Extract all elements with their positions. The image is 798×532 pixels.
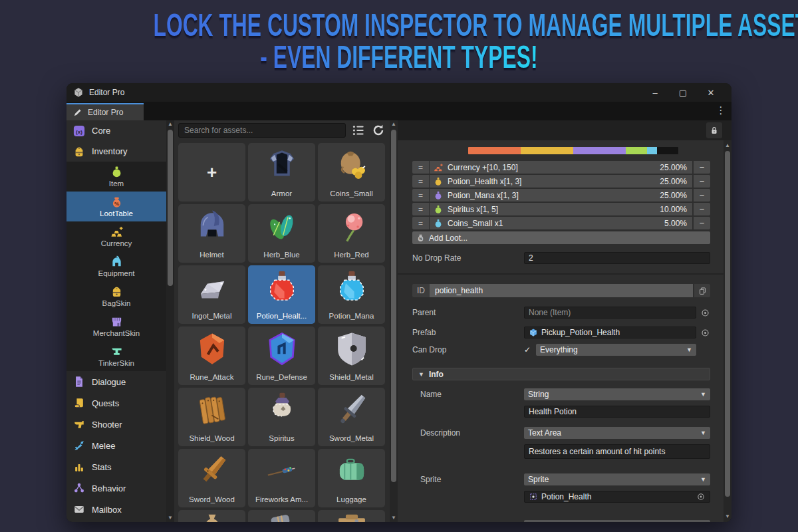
asset-tile-shield-metal[interactable]: Shield_Metal [318, 327, 385, 385]
add-asset-tile[interactable]: + [178, 143, 245, 201]
description-input[interactable]: Restores a certain amount of hit points [524, 444, 710, 459]
scroll-up-icon[interactable]: ▲ [166, 120, 174, 128]
remove-loot-button[interactable]: − [694, 161, 710, 174]
window-titlebar[interactable]: Editor Pro – ▢ ✕ [66, 83, 732, 102]
list-view-icon[interactable] [351, 123, 366, 138]
flask-icon [434, 177, 443, 186]
close-button[interactable]: ✕ [697, 83, 725, 102]
drag-handle-icon[interactable]: = [412, 175, 429, 188]
drag-handle-icon[interactable]: = [412, 203, 429, 215]
sidebar-item-item[interactable]: Item [66, 162, 166, 192]
sidebar-item-equipment[interactable]: Equipment [66, 251, 166, 281]
grid-scrollbar[interactable]: ▲ ▼ [390, 120, 398, 522]
id-row: ID potion_health [412, 284, 710, 297]
asset-tile-shield-wood[interactable]: Shield_Wood [178, 388, 245, 446]
sidebar-item-dialogue[interactable]: Dialogue [66, 371, 166, 392]
lock-button[interactable] [706, 122, 722, 138]
sidebar-scrollbar[interactable]: ▲ ▼ [166, 120, 174, 522]
shield-wood-art [178, 390, 245, 431]
name-type-dropdown[interactable]: String ▼ [524, 388, 710, 400]
no-drop-rate-input[interactable]: 2 [524, 252, 710, 264]
info-foldout[interactable]: ▼ Info [412, 368, 710, 380]
sidebar-item-behavior[interactable]: Behavior [66, 477, 166, 499]
sidebar-item-mailbox[interactable]: Mailbox [66, 499, 166, 520]
loot-entry-body[interactable]: Coins_Small x1 5.00% [430, 217, 692, 229]
add-loot-button[interactable]: % Add Loot... [412, 231, 710, 244]
remove-loot-button[interactable]: − [694, 217, 710, 229]
asset-tile-fireworks-am[interactable]: Fireworks Am... [248, 449, 315, 507]
asset-tile-ingot-metal[interactable]: Ingot_Metal [178, 265, 245, 324]
grid-scroll-thumb[interactable] [391, 130, 396, 482]
app-cube-icon [73, 87, 84, 98]
asset-tile-sword-wood[interactable]: Sword_Wood [178, 449, 245, 507]
sidebar-item-inventory[interactable]: Inventory [66, 141, 166, 162]
drag-handle-icon[interactable]: = [412, 161, 429, 174]
inspector-scrollbar[interactable]: ▲ ▼ [724, 140, 732, 522]
sidebar-item-stats[interactable]: Stats [66, 456, 166, 477]
sidebar-item-bagskin[interactable]: BagSkin [66, 281, 166, 311]
parent-object-field[interactable]: None (Item) [524, 307, 696, 319]
scroll-down-icon[interactable]: ▼ [390, 514, 398, 522]
asset-tile-spiritus[interactable]: Spiritus [248, 388, 315, 446]
asset-tile-potion-healt[interactable]: Potion_Healt... [248, 265, 315, 324]
parent-row: Parent None (Item) [412, 307, 710, 319]
asset-tile-coins-small[interactable]: Coins_Small [318, 143, 385, 201]
name-input[interactable]: Health Potion [524, 406, 710, 418]
sidebar-item-core[interactable]: (x) Core [66, 120, 166, 141]
asset-tile-herb-red[interactable]: Herb_Red [318, 204, 385, 263]
sprite-type-dropdown[interactable]: Sprite ▼ [524, 473, 710, 485]
scroll-up-icon[interactable]: ▲ [724, 142, 732, 150]
asset-tile-sack[interactable] [178, 510, 245, 522]
asset-tile-rune-attack[interactable]: Rune_Attack [178, 327, 245, 385]
can-drop-dropdown[interactable]: Everything ▼ [536, 344, 696, 356]
asset-tile-helmet[interactable]: Helmet [178, 204, 245, 263]
sidebar-item-merchantskin[interactable]: MerchantSkin [66, 311, 166, 341]
object-picker-icon[interactable] [700, 308, 710, 318]
asset-tile-armor[interactable]: Armor [248, 143, 315, 201]
refresh-icon[interactable] [371, 123, 386, 138]
minimize-button[interactable]: – [641, 83, 669, 102]
copy-id-button[interactable] [694, 284, 710, 297]
maximize-button[interactable]: ▢ [669, 83, 697, 102]
sidebar-item-currency[interactable]: Currency [66, 221, 166, 251]
loot-entry-body[interactable]: Potion_Health x[1, 3] 25.00% [430, 175, 692, 188]
loot-entry-body[interactable]: Spiritus x[1, 5] 10.00% [430, 203, 692, 215]
object-picker-icon[interactable] [696, 492, 706, 501]
remove-loot-button[interactable]: − [694, 175, 710, 188]
document-icon [73, 376, 85, 388]
loot-entry-body[interactable]: Potion_Mana x[1, 3] 25.00% [430, 189, 692, 201]
sidebar-item-shooter[interactable]: Shooter [66, 414, 166, 435]
id-input[interactable]: potion_health [430, 284, 693, 297]
asset-tile-sword-metal[interactable]: Sword_Metal [318, 388, 385, 446]
asset-tile-rune-defense[interactable]: Rune_Defense [248, 327, 315, 385]
sidebar-scroll-thumb[interactable] [168, 130, 173, 286]
sidebar-item-quests[interactable]: Quests [66, 392, 166, 414]
inspector-scroll-thumb[interactable] [725, 151, 730, 497]
potion-red-art [248, 267, 315, 309]
drag-handle-icon[interactable]: = [412, 189, 429, 201]
color-dropdown[interactable]: White ▼ [524, 520, 710, 522]
asset-tile-herb-blue[interactable]: Herb_Blue [248, 204, 315, 263]
prefab-object-field[interactable]: Pickup_Potion_Health [524, 327, 696, 338]
description-type-dropdown[interactable]: Text Area ▼ [524, 427, 710, 439]
sprite-object-field[interactable]: Potion_Health [524, 491, 710, 503]
asset-tile-stand[interactable] [318, 510, 385, 522]
drag-handle-icon[interactable]: = [412, 217, 429, 229]
menu-kebab-icon[interactable]: ⋮ [716, 104, 726, 116]
sidebar-item-loottable[interactable]: % LootTable [66, 192, 166, 221]
sidebar-item-tinkerskin[interactable]: TinkerSkin [66, 341, 166, 371]
scroll-up-icon[interactable]: ▲ [390, 120, 398, 128]
asset-tile-potion-mana[interactable]: Potion_Mana [318, 265, 385, 324]
tab-editor-pro[interactable]: Editor Pro [66, 103, 144, 120]
asset-tile-luggage[interactable]: Luggage [318, 449, 385, 507]
scroll-down-icon[interactable]: ▼ [724, 513, 732, 521]
can-drop-checkbox[interactable]: ✓ [524, 345, 536, 354]
sidebar-item-melee[interactable]: Melee [66, 435, 166, 456]
search-input[interactable] [178, 123, 346, 138]
asset-tile-hammer[interactable] [248, 510, 315, 522]
loot-entry-body[interactable]: Currency +[10, 150] 25.00% [430, 161, 692, 174]
remove-loot-button[interactable]: − [694, 203, 710, 215]
remove-loot-button[interactable]: − [694, 189, 710, 201]
scroll-down-icon[interactable]: ▼ [166, 514, 174, 522]
object-picker-icon[interactable] [700, 328, 710, 338]
